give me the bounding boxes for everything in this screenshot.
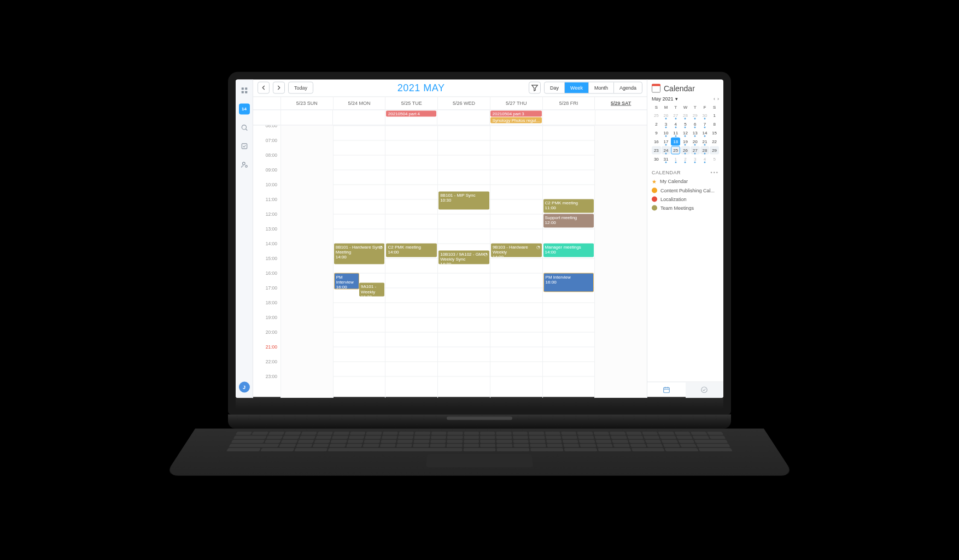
mini-day-cell[interactable]: 13 bbox=[691, 128, 700, 137]
day-header[interactable]: 5/24 MON bbox=[333, 97, 385, 109]
calendar-date-badge[interactable]: 14 bbox=[239, 103, 250, 114]
more-icon[interactable]: ••• bbox=[711, 169, 719, 175]
user-avatar[interactable]: J bbox=[239, 381, 250, 392]
day-column[interactable]: 8B101 - Hardware Sync Meeting14:00◔PM In… bbox=[333, 125, 385, 398]
mini-day-cell[interactable]: 26 bbox=[662, 111, 671, 119]
mini-month-picker[interactable]: May 2021 ▾ bbox=[652, 96, 678, 101]
mini-day-cell[interactable]: 6 bbox=[691, 120, 700, 128]
view-agenda[interactable]: Agenda bbox=[614, 82, 642, 93]
mini-day-cell[interactable]: 12 bbox=[681, 128, 690, 137]
tasks-icon[interactable] bbox=[239, 140, 250, 151]
mini-day-cell[interactable]: 23 bbox=[652, 146, 661, 154]
mini-day-cell[interactable]: 1 bbox=[671, 155, 680, 163]
mini-day-cell[interactable]: 21 bbox=[700, 137, 710, 145]
mini-day-cell[interactable]: 27 bbox=[691, 146, 700, 154]
mini-day-cell[interactable]: 2 bbox=[652, 120, 661, 128]
day-header[interactable]: 5/29 SAT bbox=[594, 97, 647, 109]
calendar-event[interactable]: PM Interview16:00 bbox=[334, 273, 359, 289]
mini-day-cell[interactable]: 17 bbox=[662, 137, 671, 145]
mini-day-cell[interactable]: 27 bbox=[671, 111, 680, 119]
mini-day-cell[interactable]: 8 bbox=[710, 120, 719, 128]
allday-event[interactable]: 20210504 part 3 bbox=[490, 110, 542, 116]
day-header[interactable]: 5/26 WED bbox=[437, 97, 490, 109]
allday-event[interactable]: Synology Photos regul... bbox=[490, 117, 542, 123]
mini-day-cell[interactable]: 25 bbox=[652, 111, 661, 119]
mini-day-cell[interactable]: 4 bbox=[700, 155, 710, 163]
mini-day-cell[interactable]: 1 bbox=[710, 111, 719, 119]
day-column[interactable]: 9B103 - Hardware Weekly14:00◔ bbox=[490, 125, 542, 398]
calendar-event[interactable]: 8B101 - Hardware Sync Meeting14:00◔ bbox=[334, 243, 385, 264]
mini-day-cell[interactable]: 24 bbox=[662, 146, 671, 154]
mini-day-cell[interactable]: 4 bbox=[671, 120, 680, 128]
day-column[interactable] bbox=[594, 125, 647, 398]
mini-day-cell[interactable]: 3 bbox=[691, 155, 700, 163]
view-day[interactable]: Day bbox=[545, 82, 565, 93]
calendar-list-item[interactable]: Team Meetings bbox=[652, 205, 719, 210]
mini-day-cell[interactable]: 20 bbox=[691, 137, 700, 145]
calendar-event[interactable]: 8B101 - MIP Sync10:30 bbox=[438, 192, 489, 210]
allday-cell[interactable] bbox=[332, 110, 384, 125]
calendar-event[interactable]: C2 PMK meeting14:00 bbox=[386, 243, 437, 257]
mini-day-cell[interactable]: 28 bbox=[681, 111, 690, 119]
footer-tasks-button[interactable] bbox=[686, 382, 724, 398]
mini-day-cell[interactable]: 3 bbox=[662, 120, 671, 128]
mini-day-cell[interactable]: 19 bbox=[681, 137, 690, 145]
view-week[interactable]: Week bbox=[565, 82, 589, 93]
allday-cell[interactable] bbox=[437, 110, 489, 125]
calendar-list-item[interactable]: Localization bbox=[652, 196, 719, 202]
mini-day-cell[interactable]: 25 bbox=[671, 146, 680, 154]
allday-cell[interactable] bbox=[542, 110, 594, 125]
allday-event[interactable]: 20210504 part 4 bbox=[386, 110, 436, 116]
day-column[interactable]: C2 PMK meeting14:00 bbox=[385, 125, 437, 398]
apps-icon[interactable] bbox=[239, 85, 250, 96]
calendar-list-item[interactable]: Content Publishing Cal... bbox=[652, 187, 719, 193]
allday-cell[interactable] bbox=[595, 110, 647, 125]
next-button[interactable] bbox=[273, 82, 285, 94]
calendar-event[interactable]: C2 PMK meeting11:00 bbox=[543, 199, 594, 213]
day-column[interactable]: C2 PMK meeting11:00Support meeting12:00M… bbox=[542, 125, 595, 398]
mini-day-cell[interactable]: 30 bbox=[652, 155, 661, 163]
calendar-list-item[interactable]: ★My Calendar bbox=[652, 178, 719, 184]
mini-day-cell[interactable]: 5 bbox=[681, 120, 690, 128]
mini-day-cell[interactable]: 18 bbox=[671, 137, 680, 145]
calendar-event[interactable]: 9B103 - Hardware Weekly14:00◔ bbox=[491, 243, 542, 257]
day-header[interactable]: 5/25 TUE bbox=[385, 97, 437, 109]
day-header[interactable]: 5/27 THU bbox=[490, 97, 542, 109]
view-month[interactable]: Month bbox=[589, 82, 614, 93]
footer-calendar-button[interactable] bbox=[647, 382, 686, 398]
mini-day-cell[interactable]: 9 bbox=[652, 128, 661, 137]
mini-day-cell[interactable]: 16 bbox=[652, 137, 661, 145]
mini-prev-button[interactable]: ‹ bbox=[714, 96, 715, 101]
day-header[interactable]: 5/28 FRI bbox=[542, 97, 595, 109]
mini-day-cell[interactable]: 10 bbox=[662, 128, 671, 137]
prev-button[interactable] bbox=[258, 82, 270, 94]
mini-day-cell[interactable]: 2 bbox=[681, 155, 690, 163]
allday-cell[interactable]: 20210504 part 4 bbox=[385, 110, 437, 125]
mini-day-cell[interactable]: 22 bbox=[710, 137, 719, 145]
day-column[interactable]: 8B101 - MIP Sync10:3010B103 / 9A102 - GM… bbox=[437, 125, 490, 398]
allday-cell[interactable] bbox=[280, 110, 332, 125]
mini-day-cell[interactable]: 7 bbox=[700, 120, 710, 128]
mini-day-cell[interactable]: 31 bbox=[662, 155, 671, 163]
calendar-event[interactable]: 9A101 - Weekly16:30 bbox=[359, 283, 384, 297]
mini-day-cell[interactable]: 30 bbox=[700, 111, 710, 119]
mini-day-cell[interactable]: 5 bbox=[710, 155, 719, 163]
mini-next-button[interactable]: › bbox=[717, 96, 719, 101]
calendar-event[interactable]: Support meeting12:00 bbox=[543, 214, 594, 227]
day-header[interactable]: 5/23 SUN bbox=[280, 97, 333, 109]
calendar-event[interactable]: Manager meetings14:00 bbox=[543, 243, 594, 257]
filter-button[interactable] bbox=[529, 82, 541, 94]
calendar-event[interactable]: PM Interview16:00 bbox=[543, 273, 594, 292]
mini-day-cell[interactable]: 29 bbox=[710, 146, 719, 154]
today-button[interactable]: Today bbox=[288, 82, 313, 94]
mini-day-cell[interactable]: 26 bbox=[681, 146, 690, 154]
search-icon[interactable] bbox=[239, 122, 250, 133]
mini-day-cell[interactable]: 28 bbox=[700, 146, 710, 154]
mini-day-cell[interactable]: 14 bbox=[700, 128, 710, 137]
day-column[interactable] bbox=[280, 125, 333, 398]
allday-cell[interactable]: 20210504 part 3Synology Photos regul... bbox=[489, 110, 543, 125]
calendar-event[interactable]: 10B103 / 9A102 - GMK Weekly Sync14:30◔ bbox=[438, 251, 489, 264]
mini-day-cell[interactable]: 29 bbox=[691, 111, 700, 119]
mini-day-cell[interactable]: 15 bbox=[710, 128, 719, 137]
user-settings-icon[interactable] bbox=[239, 159, 250, 170]
